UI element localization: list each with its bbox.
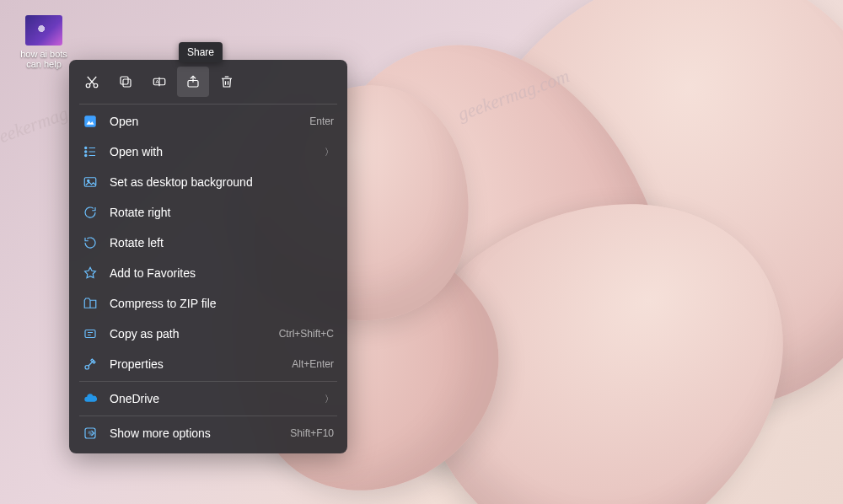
svg-point-8 <box>85 147 87 148</box>
more-options-icon <box>83 426 98 441</box>
menu-show-more[interactable]: Show more options Shift+F10 <box>74 418 342 448</box>
zip-icon <box>83 296 98 311</box>
copy-button[interactable] <box>110 67 142 97</box>
copy-path-icon <box>83 326 98 341</box>
properties-icon <box>83 357 98 372</box>
menu-label: Rotate left <box>110 236 334 249</box>
file-thumbnail <box>25 15 62 46</box>
menu-label: Copy as path <box>110 327 267 340</box>
delete-button[interactable] <box>211 67 243 97</box>
menu-label: Rotate right <box>110 206 334 219</box>
menu-compress-zip[interactable]: Compress to ZIP file <box>74 288 342 319</box>
svg-point-1 <box>94 83 98 88</box>
context-toolbar: A <box>74 65 342 102</box>
svg-rect-7 <box>84 115 96 127</box>
menu-separator <box>79 381 337 382</box>
file-label: how ai bots can help <box>17 49 71 69</box>
rename-icon: A <box>152 74 167 89</box>
menu-shortcut: Ctrl+Shift+C <box>279 328 334 340</box>
rename-button[interactable]: A <box>143 67 175 97</box>
svg-rect-3 <box>121 77 128 84</box>
desktop-file-icon[interactable]: how ai bots can help <box>17 15 71 69</box>
menu-shortcut: Shift+F10 <box>290 427 334 439</box>
menu-label: Compress to ZIP file <box>110 297 334 310</box>
menu-onedrive[interactable]: OneDrive 〉 <box>74 383 342 414</box>
menu-label: Show more options <box>110 426 278 440</box>
share-tooltip: Share <box>179 42 223 62</box>
menu-label: Add to Favorites <box>110 266 334 280</box>
menu-label: Open <box>110 115 298 128</box>
menu-rotate-right[interactable]: Rotate right <box>74 197 342 228</box>
menu-add-favorites[interactable]: Add to Favorites <box>74 258 342 288</box>
svg-point-9 <box>85 151 87 153</box>
menu-separator <box>79 416 337 416</box>
open-with-icon <box>83 144 98 159</box>
rotate-right-icon <box>83 205 98 220</box>
menu-shortcut: Alt+Enter <box>292 358 334 370</box>
rotate-left-icon <box>83 235 98 250</box>
menu-shortcut: Enter <box>309 115 334 127</box>
svg-point-0 <box>86 83 90 88</box>
menu-open-with[interactable]: Open with 〉 <box>74 137 342 167</box>
open-icon <box>83 114 98 129</box>
menu-set-background[interactable]: Set as desktop background <box>74 167 342 197</box>
svg-text:A: A <box>156 79 159 84</box>
share-button[interactable] <box>177 67 209 97</box>
picture-icon <box>83 174 98 190</box>
star-icon <box>83 265 98 281</box>
copy-icon <box>118 74 133 89</box>
cut-icon <box>84 74 99 89</box>
menu-label: Set as desktop background <box>110 175 334 189</box>
menu-rotate-left[interactable]: Rotate left <box>74 228 342 258</box>
svg-rect-2 <box>123 79 131 87</box>
chevron-right-icon: 〉 <box>325 393 334 405</box>
menu-label: OneDrive <box>110 392 313 405</box>
menu-label: Open with <box>110 145 313 158</box>
menu-open[interactable]: Open Enter <box>74 106 342 137</box>
svg-rect-13 <box>85 330 95 338</box>
share-icon <box>185 74 201 89</box>
svg-point-10 <box>85 154 87 156</box>
menu-properties[interactable]: Properties Alt+Enter <box>74 349 342 379</box>
menu-copy-path[interactable]: Copy as path Ctrl+Shift+C <box>74 319 342 349</box>
context-menu: A Open Enter Open with 〉 S <box>69 60 347 453</box>
menu-label: Properties <box>110 357 280 371</box>
delete-icon <box>219 74 234 89</box>
menu-separator <box>79 104 337 105</box>
cut-button[interactable] <box>76 67 108 97</box>
chevron-right-icon: 〉 <box>325 146 334 158</box>
onedrive-icon <box>83 391 98 406</box>
